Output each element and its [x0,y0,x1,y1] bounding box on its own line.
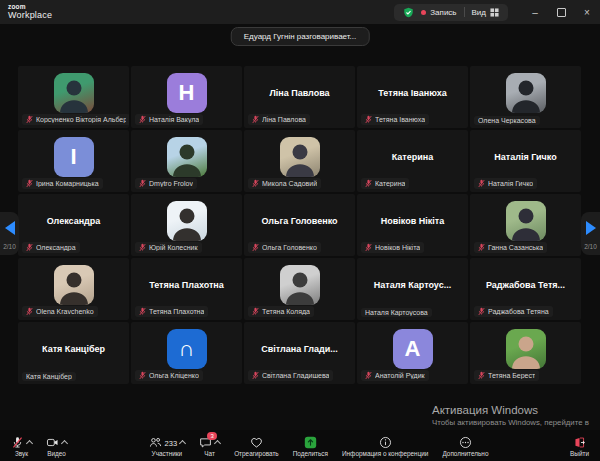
next-page-button[interactable]: 2/10 [581,212,600,255]
participant-tile[interactable]: ІІрина Комарницька [18,130,129,192]
participant-name-text: Тетяна Коляда [262,308,310,315]
participant-name-text: Ірина Комарницька [36,180,99,187]
minimize-button[interactable]: – [522,0,548,24]
participant-tile[interactable]: Світлана Глади...Світлана Гладишева [244,322,355,384]
view-button[interactable]: Вид [472,8,499,17]
toolbar-info-label: Информация о конференции [342,450,428,457]
participant-name-text: Олександра [36,244,76,251]
participant-tile[interactable]: Ліна ПавловаЛіна Павлова [244,66,355,128]
toolbar-share-label: Поделиться [293,450,328,457]
muted-mic-icon [478,179,485,188]
participant-photo-avatar [280,265,320,305]
toolbar-info-button[interactable]: Информация о конференции [335,434,435,457]
muted-mic-icon [252,307,259,316]
participant-name-label: Тетяна Іванюха [361,114,429,125]
info-icon [379,436,392,449]
chevron-left-icon [5,221,15,235]
participant-tile[interactable]: Наталя Картоус...Наталя Картоусова [357,258,468,320]
participant-tile[interactable]: Наталія ГичкоНаталія Гичко [470,130,581,192]
participant-name-text: Анатолій Рудик [375,372,425,379]
participant-tile[interactable]: Корсуненко Вікторія Альбертовна [18,66,129,128]
participant-tile[interactable]: Ольга ГоловенкоОльга Головенко [244,194,355,256]
participant-name-label: Ганна Сазанська [474,242,547,253]
chevron-up-icon[interactable] [26,440,33,447]
muted-mic-icon [26,115,33,124]
page-indicator-left: 2/10 [3,243,16,250]
toolbar-participants-button[interactable]: 233Участники [142,434,193,457]
chevron-up-icon[interactable] [61,440,68,447]
muted-mic-icon [139,243,146,252]
participant-photo-avatar [506,201,546,241]
participant-tile[interactable]: Ганна Сазанська [470,194,581,256]
participant-tile[interactable]: ААнатолій Рудик [357,322,468,384]
muted-mic-icon [478,371,485,380]
toolbar-react-button[interactable]: Отреагировать [227,434,286,457]
participant-grid: Корсуненко Вікторія АльбертовнаННаталія … [18,66,581,384]
participant-count: 233 [165,439,178,448]
participant-tile[interactable]: Катя КанціберКатя Канцібер [18,322,129,384]
toolbar-chat-button[interactable]: 3Чат [192,434,227,457]
view-label: Вид [472,8,486,17]
participant-tile[interactable]: Микола Садовий [244,130,355,192]
participant-tile[interactable]: КатеринаКатерина [357,130,468,192]
toolbar-leave-button[interactable]: Выйти [563,434,596,457]
participant-name-center: Тетяна Плахотна [145,280,228,290]
zoom-meeting-window: zoom Workplace Запись Вид [0,0,600,461]
participant-name-center: Наталія Гичко [490,152,560,162]
participant-tile[interactable]: ∩Ольга Кліценко [131,322,242,384]
participant-name-label: Ліна Павлова [248,114,310,125]
muted-mic-icon [365,243,372,252]
chevron-up-icon[interactable] [214,440,221,447]
participant-name-center: Ліна Павлова [265,88,333,98]
participant-name-center: Катя Канцібер [38,344,109,354]
toolbar-chat-label: Чат [204,450,215,457]
toolbar-video-button[interactable]: Видео [39,434,74,457]
participant-photo-avatar [54,73,94,113]
participant-tile[interactable]: Юрій Колесник [131,194,242,256]
participant-name-text: Катя Канцібер [26,373,72,380]
participant-name-text: Ганна Сазанська [488,244,543,251]
chevron-up-icon[interactable] [179,440,186,447]
prev-page-button[interactable]: 2/10 [0,212,19,255]
participant-name-center: Ольга Головенко [257,216,341,226]
toolbar-share-button[interactable]: Поделиться [286,434,335,457]
participant-tile[interactable]: Тетяна ІванюхаТетяна Іванюха [357,66,468,128]
record-dot-icon [421,10,426,15]
toolbar-middle-group: 233Участники3ЧатОтреагироватьПоделитьсяИ… [142,434,496,457]
participant-letter-avatar: ∩ [167,329,207,369]
maximize-icon [557,8,566,17]
muted-mic-icon [252,179,259,188]
muted-mic-icon [252,371,259,380]
participant-letter-avatar: І [54,137,94,177]
participant-name-label: Олена Черкасова [474,116,540,125]
watermark-title: Активация Windows [432,404,589,416]
participant-tile[interactable]: Новіков НікітаНовіков Нікіта [357,194,468,256]
participant-tile[interactable]: Олена Черкасова [470,66,581,128]
toolbar-more-button[interactable]: Дополнительно [435,434,495,457]
participant-name-label: Раджабова Тетяна [474,306,553,317]
participant-name-center: Тетяна Іванюха [374,88,450,98]
participant-name-label: Юрій Колесник [135,242,202,253]
toolbar-audio-button[interactable]: Звук [4,434,39,457]
participant-tile[interactable]: ННаталія Вакула [131,66,242,128]
muted-mic-icon [365,115,372,124]
gallery-grid-icon [490,8,499,17]
maximize-button[interactable] [548,0,574,24]
participant-name-label: Катя Канцібер [22,372,76,381]
participant-tile[interactable]: Тетяна Коляда [244,258,355,320]
close-button[interactable]: × [574,0,600,24]
participant-tile[interactable]: Тетяна ПлахотнаТетяна Плахотна [131,258,242,320]
participant-tile[interactable]: Раджабова Тетя...Раджабова Тетяна [470,258,581,320]
muted-mic-icon [139,307,146,316]
participant-tile[interactable]: Dmytro Frolov [131,130,242,192]
participant-tile[interactable]: ОлександраОлександра [18,194,129,256]
participant-tile[interactable]: Olena Kravchenko [18,258,129,320]
muted-mic-icon [252,115,259,124]
participant-letter-avatar: Н [167,73,207,113]
participant-photo-avatar [506,329,546,369]
recording-indicator[interactable]: Запись [421,8,456,17]
participant-name-text: Раджабова Тетяна [488,308,549,315]
participant-name-label: Ольга Головенко [248,242,321,253]
participant-photo-avatar [54,265,94,305]
participant-tile[interactable]: Тетяна Берест [470,322,581,384]
